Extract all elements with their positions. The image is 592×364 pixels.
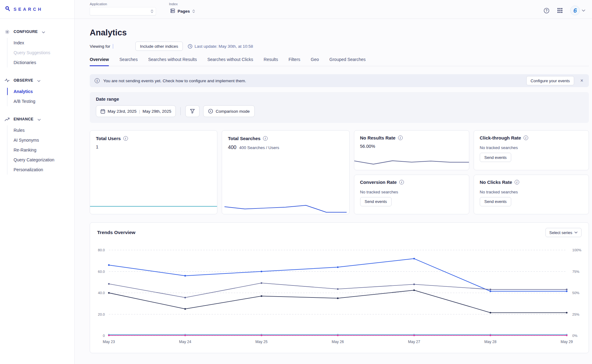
- apps-grid-icon[interactable]: [557, 7, 563, 14]
- no-results-rate-card: No Results Rate i 56.00%: [354, 130, 469, 170]
- configure-events-button[interactable]: Configure your events: [526, 76, 574, 85]
- select-series-label: Select series: [549, 230, 572, 235]
- tab-overview[interactable]: Overview: [90, 57, 109, 66]
- sidebar-item-analytics[interactable]: Analytics: [7, 87, 74, 96]
- info-icon[interactable]: i: [515, 180, 519, 184]
- cards-column-1: No Results Rate i 56.00% Conversion Rate…: [354, 130, 469, 214]
- info-icon[interactable]: i: [399, 180, 404, 184]
- sidebar-item-query-categorization[interactable]: Query Categorization: [7, 155, 74, 165]
- data-point: [490, 289, 491, 290]
- right-axis-label: 75%: [572, 270, 579, 273]
- total-searches-value: 400: [228, 144, 236, 150]
- info-icon[interactable]: i: [524, 135, 528, 140]
- right-axis-label: 100%: [572, 248, 581, 252]
- send-events-button[interactable]: Send events: [360, 197, 392, 206]
- sidebar-item-label: Query Categorization: [14, 157, 54, 162]
- trends-chart-wrap: 80.0100%60.075%40.050%20.025%00%May 23Ma…: [90, 243, 589, 349]
- info-icon[interactable]: i: [263, 136, 268, 141]
- include-other-indices-button[interactable]: Include other indices: [135, 42, 183, 51]
- x-axis-label: May 25: [255, 340, 268, 344]
- trends-panel: Trends Overview Select series 80.0100%60…: [90, 222, 589, 353]
- chart-series-slate-line: [109, 283, 567, 297]
- send-events-button[interactable]: Send events: [480, 197, 511, 206]
- tab-filters[interactable]: Filters: [289, 57, 300, 66]
- viewing-row: Viewing for Include other indices Last u…: [90, 42, 589, 51]
- select-series-button[interactable]: Select series: [545, 228, 582, 237]
- data-point: [566, 312, 567, 313]
- left-axis-label: 40.0: [98, 291, 105, 295]
- select-updown-icon: [151, 10, 153, 13]
- filter-button[interactable]: [185, 105, 199, 117]
- data-point: [337, 334, 339, 336]
- sidebar-item-label: A/B Testing: [14, 99, 35, 104]
- data-point: [566, 334, 567, 336]
- trends-title: Trends Overview: [97, 230, 135, 235]
- comparison-mode-label: Comparison mode: [216, 109, 249, 114]
- data-point: [337, 288, 339, 290]
- section-items: Analytics A/B Testing: [7, 87, 74, 106]
- sidebar-item-ai-synonyms[interactable]: AI Synonyms: [7, 135, 74, 145]
- section-label: ENHANCE: [14, 117, 34, 121]
- right-axis-label: 50%: [572, 291, 579, 295]
- right-axis-label: 25%: [572, 313, 579, 316]
- data-point: [566, 290, 567, 292]
- section-head-observe[interactable]: OBSERVE: [0, 77, 74, 84]
- index-name-blank[interactable]: [113, 44, 135, 49]
- total-users-card: Total Users i 1: [90, 130, 217, 214]
- tab-searches-without-clicks[interactable]: Searches without Clicks: [207, 57, 253, 66]
- close-icon[interactable]: ×: [578, 77, 586, 85]
- tab-results[interactable]: Results: [264, 57, 278, 66]
- avatar: 6: [570, 6, 580, 15]
- send-events-button[interactable]: Send events: [480, 153, 511, 162]
- comparison-mode-button[interactable]: Comparison mode: [203, 105, 254, 117]
- sidebar-item-re-ranking[interactable]: Re-Ranking: [7, 145, 74, 155]
- index-value: Pages: [178, 9, 190, 14]
- sidebar-item-query-suggestions[interactable]: Query Suggestions: [7, 48, 74, 58]
- account-menu[interactable]: 6: [570, 6, 585, 15]
- sparkline-path: [224, 205, 347, 212]
- text-caret: [113, 44, 113, 49]
- card-title: No Clicks Rate: [480, 180, 512, 185]
- divider: [180, 107, 181, 115]
- sidebar-item-label: Personalization: [14, 167, 43, 172]
- tab-geo[interactable]: Geo: [311, 57, 319, 66]
- index-select[interactable]: Pages: [169, 7, 196, 15]
- x-axis-label: May 26: [332, 340, 344, 344]
- data-point: [261, 334, 262, 336]
- tab-grouped-searches[interactable]: Grouped Searches: [329, 57, 366, 66]
- content: Analytics Viewing for Include other indi…: [75, 27, 592, 353]
- application-select[interactable]: [90, 7, 156, 15]
- sidebar-item-dictionaries[interactable]: Dictionaries: [7, 58, 74, 67]
- tab-searches-without-results[interactable]: Searches without Results: [148, 57, 197, 66]
- data-point: [261, 282, 262, 284]
- cards-column-2: Click-through Rate i No tracked searches…: [474, 130, 589, 214]
- sidebar-item-rules[interactable]: Rules: [7, 125, 74, 135]
- section-items: Rules AI Synonyms Re-Ranking Query Categ…: [7, 125, 74, 175]
- sidebar-item-personalization[interactable]: Personalization: [7, 165, 74, 175]
- card-title: Total Searches: [228, 136, 261, 141]
- date-range-button[interactable]: May 23rd, 2025 | May 29th, 2025: [96, 105, 176, 117]
- info-icon[interactable]: i: [398, 135, 403, 140]
- help-icon[interactable]: ?: [543, 7, 550, 14]
- data-point: [413, 258, 415, 259]
- tab-searches[interactable]: Searches: [119, 57, 138, 66]
- index-label: Index: [169, 2, 196, 6]
- play-circle-icon: [208, 109, 213, 114]
- date-controls: May 23rd, 2025 | May 29th, 2025 Comparis…: [96, 105, 583, 117]
- sidebar: SEARCH CONFIGURE Index Query Suggestions…: [0, 0, 75, 364]
- data-point: [337, 266, 339, 268]
- data-point: [490, 290, 491, 292]
- metric-cards: Total Users i 1 Total Searches i 400 400…: [90, 130, 589, 214]
- application-label: Application: [90, 2, 156, 6]
- section-head-configure[interactable]: CONFIGURE: [0, 28, 74, 35]
- topbar-right: ? 6: [543, 3, 585, 18]
- sidebar-item-ab-testing[interactable]: A/B Testing: [7, 96, 74, 106]
- section-head-enhance[interactable]: ENHANCE: [0, 115, 74, 123]
- section-items: Index Query Suggestions Dictionaries: [7, 38, 74, 67]
- logo[interactable]: SEARCH: [0, 0, 74, 19]
- conversion-rate-card: Conversion Rate i No tracked searches Se…: [354, 175, 469, 215]
- total-searches-sparkline: [222, 205, 349, 213]
- info-icon[interactable]: i: [123, 136, 128, 141]
- sidebar-item-index[interactable]: Index: [7, 38, 74, 48]
- sidebar-item-label: Dictionaries: [14, 60, 36, 65]
